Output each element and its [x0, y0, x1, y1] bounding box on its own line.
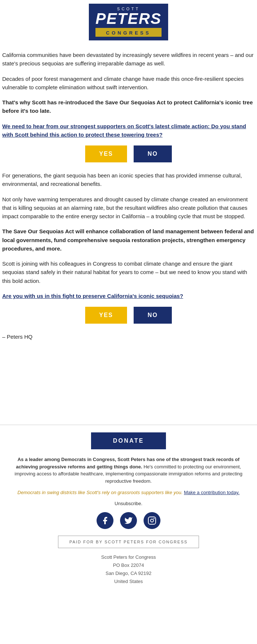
paragraph-4: Not only have warming temperatures and d… [2, 195, 255, 221]
facebook-icon[interactable] [97, 512, 113, 529]
unsubscribe-text[interactable]: Unsubscribe. [0, 501, 257, 506]
button-row-1: YES NO [2, 145, 255, 162]
logo-congress: CONGRESS [106, 30, 151, 36]
footer-address: Scott Peters for Congress PO Box 22074 S… [0, 553, 257, 586]
no-button-1[interactable]: NO [134, 145, 172, 162]
donate-button-container: DONATE [0, 432, 257, 456]
no-button-2[interactable]: NO [134, 307, 172, 324]
paragraph-5: Scott is joining with his colleagues in … [2, 259, 255, 285]
page-header: SCOTT PETERS CONGRESS [0, 0, 257, 47]
address-line-4: United States [0, 578, 257, 586]
address-line-2: PO Box 22074 [0, 561, 257, 569]
logo-congress-bar: CONGRESS [95, 28, 162, 37]
paragraph-3: For generations, the giant sequoia has b… [2, 171, 255, 188]
main-content: California communities have been devasta… [0, 47, 257, 341]
link-paragraph-2: Are you with us in this fight to preserv… [2, 292, 255, 300]
footer-italic-line: Democrats in swing districts like Scott'… [0, 489, 257, 496]
button-row-2: YES NO [2, 307, 255, 324]
yes-button-1[interactable]: YES [85, 145, 127, 162]
logo: SCOTT PETERS CONGRESS [89, 4, 168, 40]
spacer [0, 344, 257, 410]
bold-paragraph-2: The Save Our Sequoias Act will enhance c… [2, 227, 255, 253]
social-row [0, 512, 257, 529]
svg-point-2 [153, 518, 155, 519]
instagram-icon[interactable] [144, 512, 160, 529]
logo-peters: PETERS [95, 11, 162, 26]
bold-paragraph-1: That's why Scott has re-introduced the S… [2, 98, 255, 115]
donate-button[interactable]: DONATE [91, 432, 166, 449]
paragraph-1: California communities have been devasta… [2, 51, 255, 68]
italic-yellow-text: Democrats in swing districts like Scott'… [18, 490, 183, 495]
address-line-3: San Diego, CA 92192 [0, 569, 257, 578]
footer: DONATE As a leader among Democrats in Co… [0, 425, 257, 586]
contribution-link[interactable]: Make a contribution today. [184, 490, 240, 495]
twitter-icon[interactable] [120, 512, 137, 529]
link-paragraph-1: We need to hear from our strongest suppo… [2, 122, 255, 139]
question-link-2[interactable]: Are you with us in this fight to preserv… [2, 293, 183, 299]
signature: – Peters HQ [2, 332, 255, 341]
yes-button-2[interactable]: YES [85, 307, 127, 324]
footer-description: As a leader among Democrats in Congress,… [0, 456, 257, 485]
question-link-1[interactable]: We need to hear from our strongest suppo… [2, 123, 246, 138]
svg-point-1 [151, 519, 153, 522]
paid-for-text: PAID FOR BY SCOTT PETERS FOR CONGRESS [58, 536, 199, 548]
paragraph-2: Decades of poor forest management and cl… [2, 75, 255, 92]
svg-rect-0 [148, 517, 156, 524]
paid-for-box: PAID FOR BY SCOTT PETERS FOR CONGRESS [0, 536, 257, 553]
address-line-1: Scott Peters for Congress [0, 553, 257, 561]
